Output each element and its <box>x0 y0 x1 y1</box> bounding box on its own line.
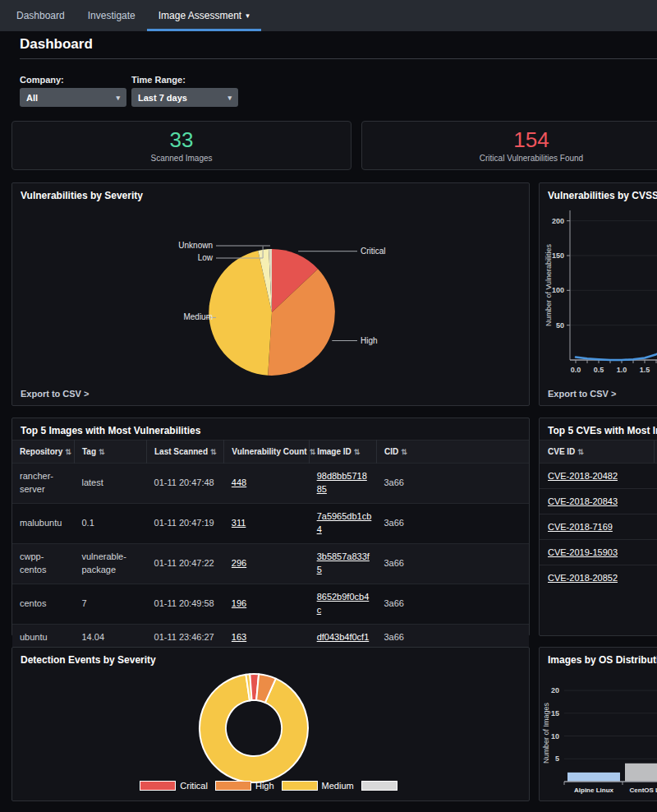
cve-id-link[interactable]: CVE-2019-15903 <box>548 547 618 557</box>
svg-text:5: 5 <box>555 754 559 763</box>
image-id-link[interactable]: 8652b9f0cb4c <box>317 592 370 615</box>
table-header-row: Repository⇅Tag⇅Last Scanned⇅Vulnerabilit… <box>12 441 529 464</box>
sort-icon: ⇅ <box>99 448 105 456</box>
svg-text:Number of Vulnerabilities: Number of Vulnerabilities <box>544 243 553 326</box>
time-range-dropdown[interactable]: Last 7 days ▾ <box>131 88 238 107</box>
os-bar-chart: 5101520Alpine LinuxCentOS LinuxNumber of… <box>540 669 657 800</box>
svg-text:Low: Low <box>198 253 214 262</box>
nav-item-label: Dashboard <box>16 10 65 21</box>
company-dropdown[interactable]: All ▾ <box>20 88 126 107</box>
cve-id-link[interactable]: CVE-2018-20843 <box>548 496 618 506</box>
image-id-link[interactable]: 7a5965db1cb4 <box>317 511 372 534</box>
svg-text:1.5: 1.5 <box>640 366 650 374</box>
sort-icon: ⇅ <box>310 448 316 456</box>
chevron-down-icon: ▾ <box>116 94 120 102</box>
column-header-tag[interactable]: Tag⇅ <box>74 441 146 464</box>
svg-text:50: 50 <box>556 321 564 330</box>
repository-cell: centos <box>12 584 74 624</box>
legend-item <box>361 781 402 791</box>
svg-text:Alpine Linux: Alpine Linux <box>574 787 614 794</box>
sort-icon: ⇅ <box>65 448 71 456</box>
cve-id-link[interactable]: CVE-2018-20852 <box>548 573 618 583</box>
vulnerability-count-link[interactable]: 196 <box>232 598 246 608</box>
export-csv-link[interactable]: Export to CSV > <box>21 389 89 399</box>
column-header-image-id[interactable]: Image ID⇅ <box>310 441 377 464</box>
time-range-dropdown-value: Last 7 days <box>138 93 187 103</box>
nav-item-investigate[interactable]: Investigate <box>76 0 147 31</box>
svg-text:Medium: Medium <box>183 312 213 321</box>
vulnerability-count-link[interactable]: 163 <box>232 632 246 642</box>
sort-icon: ⇅ <box>210 448 217 456</box>
last-scanned-cell: 01-11 20:47:22 <box>147 543 224 584</box>
cve-row: CVE-2018-20852 <box>540 565 657 590</box>
panel-title: Top 5 CVEs with Most Impacted Images <box>540 418 657 440</box>
table-row: malubuntu 0.1 01-11 20:47:19 311 7a5965d… <box>12 503 529 543</box>
cvss-line-chart: 501001502000.00.51.01.52.02.53.0Number o… <box>540 205 657 382</box>
column-header-last-scanned[interactable]: Last Scanned⇅ <box>147 441 224 464</box>
svg-text:Number of Images: Number of Images <box>542 702 550 764</box>
critical-vulnerabilities-value: 154 <box>513 129 549 150</box>
scanned-images-card: 33 Scanned Images <box>11 121 351 170</box>
legend-item: Critical <box>140 781 208 791</box>
cve-table-header: CVE ID⇅ <box>540 440 657 463</box>
cid-cell: 3a66 <box>376 543 529 584</box>
vulnerabilities-by-severity-panel: Vulnerabilities by Severity UnknownLowMe… <box>11 182 530 406</box>
nav-item-dashboard[interactable]: Dashboard <box>5 0 76 31</box>
scanned-images-value: 33 <box>170 129 194 150</box>
top-cves-panel: Top 5 CVEs with Most Impacted Images CVE… <box>539 418 657 636</box>
vulnerabilities-by-cvss-panel: Vulnerabilities by CVSS Score 5010015020… <box>539 182 657 406</box>
last-scanned-cell: 01-11 20:47:48 <box>147 464 224 504</box>
tag-cell: latest <box>74 464 146 504</box>
repository-cell: rancher-server <box>12 464 74 504</box>
last-scanned-cell: 01-11 20:49:58 <box>147 584 224 624</box>
column-header-cid[interactable]: CID⇅ <box>376 441 529 464</box>
repository-cell: cwpp-centos <box>12 543 74 584</box>
panel-title: Top 5 Images with Most Vulnerabilities <box>12 418 529 440</box>
vulnerability-count-link[interactable]: 448 <box>232 478 246 487</box>
cve-id-column-header[interactable]: CVE ID⇅ <box>540 441 655 463</box>
svg-text:100: 100 <box>552 286 564 294</box>
chevron-down-icon: ▾ <box>246 12 250 20</box>
scanned-images-label: Scanned Images <box>150 154 212 163</box>
legend-swatch <box>215 781 251 791</box>
company-dropdown-value: All <box>26 93 38 103</box>
panel-title: Vulnerabilities by Severity <box>12 183 529 205</box>
vulnerability-count-link[interactable]: 296 <box>232 558 246 568</box>
vulnerability-count-link[interactable]: 311 <box>232 518 246 528</box>
column-header-repository[interactable]: Repository⇅ <box>12 441 74 464</box>
svg-text:High: High <box>361 336 378 345</box>
svg-text:Unknown: Unknown <box>178 241 213 250</box>
chevron-down-icon: ▾ <box>227 94 232 102</box>
export-csv-link[interactable]: Export to CSV > <box>548 389 616 399</box>
tag-cell: 0.1 <box>74 503 146 543</box>
top-images-table: Repository⇅Tag⇅Last Scanned⇅Vulnerabilit… <box>12 440 529 650</box>
cve-id-link[interactable]: CVE-2018-20482 <box>548 471 618 481</box>
svg-text:1.0: 1.0 <box>617 366 627 374</box>
nav-item-image-assessment[interactable]: Image Assessment ▾ <box>147 0 261 31</box>
company-filter-label: Company: <box>20 75 64 85</box>
cid-cell: 3a66 <box>376 503 529 543</box>
image-id-link[interactable]: 98d8bb571885 <box>317 471 367 494</box>
top-images-panel: Top 5 Images with Most Vulnerabilities R… <box>11 418 530 636</box>
cve-id-link[interactable]: CVE-2018-7169 <box>548 522 613 532</box>
top-nav: Dashboard Investigate Image Assessment ▾ <box>0 0 657 31</box>
svg-text:10: 10 <box>551 732 559 740</box>
legend-label: Critical <box>180 781 208 791</box>
cve-row: CVE-2019-15903 <box>540 539 657 565</box>
repository-cell: malubuntu <box>12 503 74 543</box>
panel-title: Detection Events by Severity <box>12 648 529 669</box>
legend-swatch <box>361 781 397 791</box>
time-range-filter-label: Time Range: <box>131 75 186 85</box>
cve-row: CVE-2018-20843 <box>540 488 657 514</box>
sort-icon: ⇅ <box>354 448 361 456</box>
donut-legend: Critical High Medium <box>12 781 529 791</box>
legend-label: High <box>255 781 274 791</box>
column-header-vulnerability-count[interactable]: Vulnerability Count⇅ <box>224 441 310 464</box>
title-divider <box>20 58 657 59</box>
legend-label: Medium <box>322 781 354 791</box>
critical-vulnerabilities-card: 154 Critical Vulnerabilities Found <box>361 121 657 170</box>
dashboard-page: Dashboard Investigate Image Assessment ▾… <box>0 0 657 812</box>
image-id-link[interactable]: 3b5857a833f5 <box>317 551 370 574</box>
table-row: centos 7 01-11 20:49:58 196 8652b9f0cb4c… <box>12 584 529 624</box>
image-id-link[interactable]: df043b4f0cf1 <box>317 632 370 642</box>
